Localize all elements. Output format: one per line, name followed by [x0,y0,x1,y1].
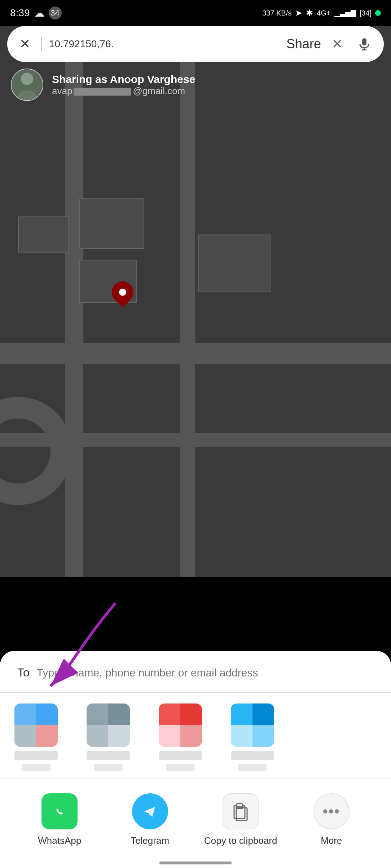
telegram-share-item[interactable]: Telegram [114,793,186,846]
status-bar: 8:39 ☁ 34 337 KB/s ➤ ✱ 4G+ ▁▃▅▇ [34] [0,0,391,26]
whatsapp-label: WhatsApp [38,835,81,846]
contact-name [87,751,130,760]
building-4 [198,234,271,292]
contact-avatar [159,703,202,747]
building-1 [79,198,144,249]
contact-name [231,751,274,760]
recipient-input[interactable] [37,667,374,679]
email-prefix: avap [52,86,72,96]
clipboard-icon [223,793,259,829]
whatsapp-share-item[interactable]: WhatsApp [23,793,96,846]
green-dot [375,10,381,16]
contact-name [159,751,202,760]
to-row: To [0,651,391,693]
user-text: Sharing as Anoop Varghese avap@gmail.com [52,73,195,97]
map-pin [112,281,133,303]
contact-subname [238,764,267,771]
svg-point-4 [21,73,33,85]
email-blur [74,88,131,96]
contact-avatar [87,703,130,747]
contact-name [14,751,58,760]
whatsapp-icon [41,793,78,829]
bluetooth-icon: ✱ [306,8,313,18]
dismiss-button[interactable]: ✕ [328,35,346,53]
app-share-row: WhatsApp Telegram [0,779,391,854]
pin-dot [118,287,128,297]
contact-item[interactable] [216,703,289,771]
svg-rect-0 [362,38,366,45]
share-title: Share [286,36,321,52]
contact-item[interactable] [0,703,72,771]
header-divider [41,37,42,51]
telegram-label: Telegram [131,835,169,846]
to-label: To [17,666,30,679]
user-email: avap@gmail.com [52,86,195,97]
more-icon: ••• [313,793,350,829]
road-vertical-2 [180,26,195,577]
status-time: 8:39 [10,7,30,19]
notification-count: 34 [49,6,62,19]
pin-head [107,277,138,308]
user-name: Sharing as Anoop Varghese [52,73,195,86]
contact-subname [166,764,195,771]
battery-icon: [34] [360,9,372,17]
building-3 [18,216,69,253]
send-icon: ➤ [295,8,302,18]
road-horizontal-1 [0,343,391,364]
user-info: Sharing as Anoop Varghese avap@gmail.com [11,69,195,101]
speed-indicator: 337 KB/s [262,9,291,17]
signal-icon: ▁▃▅▇ [334,9,356,17]
contact-suggestions [0,693,391,779]
home-indicator [159,862,232,864]
close-button[interactable]: ✕ [16,35,34,53]
contact-avatar [14,703,58,747]
header-bar: ✕ 10.792150,76. Share ✕ [7,26,384,62]
cloud-icon: ☁ [34,7,44,19]
contact-subname [94,764,123,771]
microphone-button[interactable] [353,33,375,55]
avatar [11,69,43,101]
clipboard-label: Copy to clipboard [204,835,277,846]
coordinates-text: 10.792150,76. [49,38,279,50]
share-sheet: To [0,651,391,868]
more-label: More [321,835,342,846]
telegram-icon [132,793,168,829]
svg-rect-11 [237,803,242,806]
more-share-item[interactable]: ••• More [295,793,368,846]
email-suffix: @gmail.com [133,86,185,96]
contact-subname [22,764,50,771]
contact-item[interactable] [144,703,216,771]
clipboard-share-item[interactable]: Copy to clipboard [204,793,277,846]
contact-item[interactable] [72,703,144,771]
contact-avatar [231,703,274,747]
network-label: 4G+ [317,9,330,17]
